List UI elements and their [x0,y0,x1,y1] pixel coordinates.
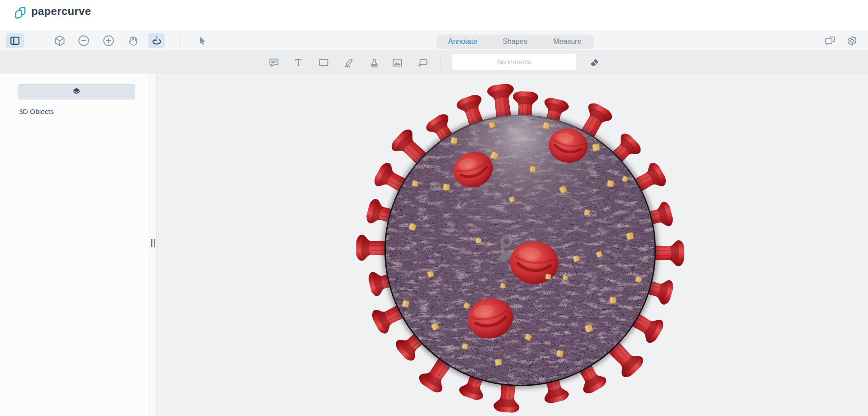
preset-selector[interactable]: No Presets [452,54,576,70]
cursor-arrow-icon [196,35,208,47]
callout-icon [417,57,429,69]
tab-annotate[interactable]: Annotate [436,38,489,46]
main-area: 3D Objects [0,74,868,416]
layers-button[interactable] [18,84,135,99]
viewer-canvas[interactable] [157,74,868,416]
rotate-orbit-button[interactable] [148,33,165,48]
eraser-tool-button[interactable] [586,55,602,70]
chat-bubbles-icon [824,34,836,47]
viewer-toolbar: Annotate Shapes Measure [0,30,868,50]
stamp-tool-button[interactable] [366,55,382,70]
tab-shapes[interactable]: Shapes [489,38,541,46]
pan-button[interactable] [125,33,140,48]
rectangle-tool-button[interactable] [316,55,331,70]
brand-logo[interactable]: papercurve [14,4,91,19]
objects-sidebar: 3D Objects [0,74,149,416]
toolbar-divider [441,56,441,68]
zoom-out-button[interactable] [76,33,91,48]
virus-3d-model[interactable] [339,74,701,416]
image-tool-button[interactable] [389,55,405,70]
app-header: papercurve [0,0,868,30]
stamp-icon [368,57,380,69]
brand-name: papercurve [31,5,91,18]
comment-tool-button[interactable] [266,55,281,70]
picture-icon [391,57,403,69]
cube-3d-icon [53,34,66,47]
toolbar-divider [180,34,180,47]
layers-icon [71,86,82,97]
papercurve-app: papercurve [0,0,868,416]
text-tool-button[interactable]: T [290,55,306,70]
resizer-grip-icon [151,239,155,247]
eraser-icon [588,56,600,69]
sidebar-panel-icon [9,35,20,46]
plus-circle-icon [102,34,115,47]
settings-button[interactable] [844,33,860,48]
tab-measure[interactable]: Measure [541,38,593,46]
comments-button[interactable] [822,33,838,48]
sidebar-resizer[interactable] [150,74,157,416]
callout-tool-button[interactable] [415,55,430,70]
sidebar-section-title: 3D Objects [19,108,54,116]
hand-icon [127,34,139,47]
mode-tab-group: Annotate Shapes Measure [436,34,593,49]
preset-placeholder: No Presets [497,58,532,66]
speech-bubble-icon [268,57,280,69]
reset-3d-view-button[interactable] [52,33,67,48]
toolbar-divider [36,34,36,47]
toggle-sidebar-button[interactable] [6,33,24,48]
pen-signature-icon [343,57,355,69]
gear-icon [846,34,859,47]
zoom-in-button[interactable] [101,33,116,48]
orbit-rotate-icon [151,34,163,47]
draw-tool-button[interactable] [341,55,356,70]
letter-t-icon: T [292,57,304,69]
minus-circle-icon [77,34,90,47]
select-button[interactable] [194,33,209,48]
svg-text:T: T [295,57,301,68]
annotation-toolbar: T [0,50,868,74]
papercurve-logo-icon [14,4,27,19]
rectangle-icon [318,57,330,69]
